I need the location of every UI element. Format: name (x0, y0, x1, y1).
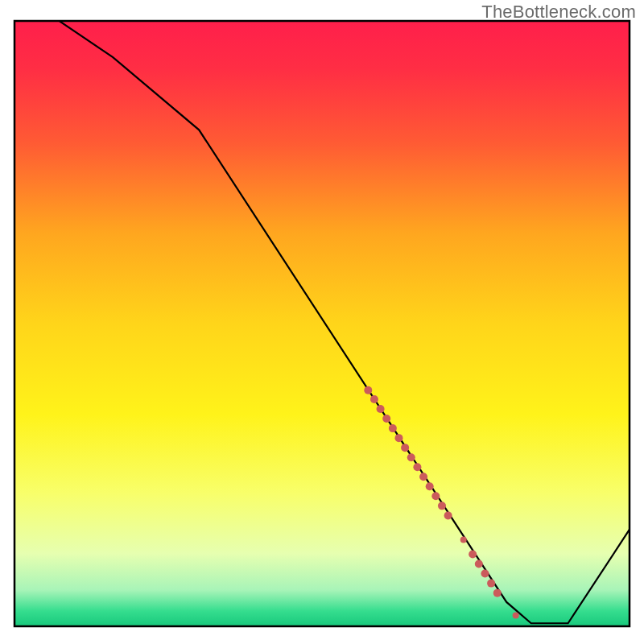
data-marker (513, 612, 519, 618)
chart-container: TheBottleneck.com (0, 0, 644, 644)
data-marker (413, 463, 421, 471)
data-marker (389, 424, 397, 432)
data-marker (364, 386, 372, 394)
data-marker (419, 473, 427, 481)
data-marker (401, 444, 409, 452)
data-marker (370, 395, 378, 403)
data-marker (377, 405, 385, 413)
data-marker (395, 434, 403, 442)
bottleneck-chart (0, 0, 644, 644)
data-marker (382, 415, 390, 423)
plot-background (14, 21, 630, 626)
data-marker (475, 560, 483, 568)
watermark-label: TheBottleneck.com (481, 2, 636, 23)
data-marker (407, 453, 415, 461)
data-marker (493, 589, 502, 597)
data-marker (460, 536, 467, 543)
data-marker (469, 551, 477, 559)
data-marker (431, 492, 440, 500)
data-marker (438, 502, 446, 510)
data-marker (487, 580, 495, 588)
data-marker (426, 482, 434, 490)
data-marker (444, 511, 452, 519)
data-marker (481, 570, 489, 578)
